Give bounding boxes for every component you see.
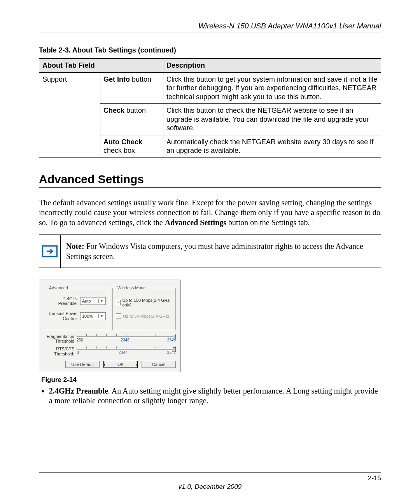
note-box: ➔ Note: For Windows Vista computers, you… — [39, 234, 381, 268]
chevron-down-icon: ▼ — [98, 299, 105, 303]
power-label: Transmit Power Control: — [47, 311, 80, 320]
section-heading: Advanced Settings — [39, 173, 381, 188]
cell-subfield: Get Info button — [100, 72, 163, 104]
running-header: Wireless-N 150 USB Adapter WNA1100v1 Use… — [39, 22, 381, 33]
chevron-down-icon: ▼ — [98, 314, 105, 318]
cell-subfield: Auto Check check box — [100, 135, 163, 158]
preamble-label: 2.4GHz Preamble: — [47, 296, 80, 306]
cell-subfield: Check button — [100, 104, 163, 135]
rts-label: RTS/CTS Threshold: — [44, 346, 74, 356]
ok-button[interactable]: OK — [103, 361, 138, 368]
arrow-right-icon: ➔ — [42, 245, 58, 257]
checkbox-54mbps-label: Up to 54 Mbps(2.4 GHz) — [123, 314, 169, 318]
list-item: 2.4GHz Preamble. An Auto setting might g… — [49, 386, 381, 406]
page-number: 2-15 — [39, 474, 381, 482]
group-advanced: Advanced 2.4GHz Preamble: Auto ▼ Transmi… — [44, 285, 109, 330]
advanced-settings-dialog: Advanced 2.4GHz Preamble: Auto ▼ Transmi… — [39, 280, 181, 372]
cell-category: Support — [39, 72, 100, 158]
cell-desc: Click this button to check the NETGEAR w… — [163, 104, 381, 135]
frag-label: Fragmentation Threshold — [44, 334, 74, 343]
about-tab-table: About Tab Field Description Support Get … — [39, 58, 381, 158]
checkbox-54mbps[interactable]: ✓ — [116, 313, 121, 319]
intro-paragraph: The default advanced settings usually wo… — [39, 198, 381, 228]
frag-slider[interactable]: 256 2346 2346 — [77, 334, 176, 343]
th-desc: Description — [163, 59, 381, 73]
figure-caption: Figure 2-14 — [41, 376, 381, 384]
power-combo[interactable]: 100% ▼ — [80, 312, 106, 320]
cancel-button[interactable]: Cancel — [142, 361, 176, 368]
group-advanced-legend: Advanced — [47, 285, 70, 290]
group-wireless-legend: Wireless Mode — [116, 285, 147, 290]
preamble-combo[interactable]: Auto ▼ — [80, 297, 106, 305]
table-row: Support Get Info button Click this butto… — [39, 72, 381, 104]
page-footer: 2-15 v1.0, December 2009 — [39, 472, 381, 491]
footer-version: v1.0, December 2009 — [39, 483, 381, 491]
note-icon-cell: ➔ — [39, 235, 61, 268]
bullet-list: 2.4GHz Preamble. An Auto setting might g… — [39, 386, 381, 406]
table-caption: Table 2-3. About Tab Settings (continued… — [39, 46, 381, 54]
note-text: Note: For Windows Vista computers, you m… — [61, 235, 381, 268]
cell-desc: Click this button to get your system inf… — [163, 72, 381, 104]
checkbox-150mbps[interactable]: ✓ — [116, 300, 121, 305]
figure-screenshot: Advanced 2.4GHz Preamble: Auto ▼ Transmi… — [39, 280, 381, 372]
checkbox-150mbps-label: Up to 150 Mbps(2.4 GHz only) — [122, 298, 172, 307]
group-wireless-mode: Wireless Mode ✓ Up to 150 Mbps(2.4 GHz o… — [112, 285, 176, 330]
th-field: About Tab Field — [39, 59, 163, 73]
rts-slider[interactable]: 0 2347 2347 — [77, 346, 176, 356]
cell-desc: Automatically check the NETGEAR website … — [163, 135, 381, 158]
use-default-button[interactable]: Use Default — [65, 361, 100, 368]
